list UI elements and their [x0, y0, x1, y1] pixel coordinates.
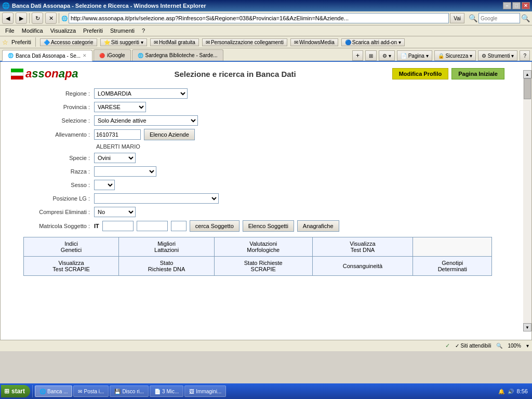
cell-visualizza-test-scrapie[interactable]: VisualizzaTest SCRAPIE	[23, 257, 119, 276]
cell-valutazioni-morfologiche[interactable]: ValutazioniMorfologiche	[214, 237, 312, 257]
taskbar-item-disco[interactable]: 💾 Disco ri...	[110, 385, 149, 397]
scroll-down-button[interactable]: ▼	[523, 323, 531, 331]
sesso-select[interactable]	[94, 180, 115, 190]
menu-visualizza[interactable]: Visualizza	[47, 26, 79, 35]
title-bar: 🌐 Banca Dati Assonapa - Selezione e Rice…	[0, 0, 532, 11]
fav-personalizzazione[interactable]: ✉ Personalizzazione collegamenti	[202, 38, 287, 46]
fav-addon[interactable]: 🔵 Scarica altri add-on ▾	[341, 38, 405, 46]
search-icon[interactable]: 🔍	[521, 14, 530, 22]
quick-tabs-button[interactable]: ⊞	[365, 50, 377, 61]
tools-button[interactable]: ⚙ ▾	[379, 50, 395, 61]
refresh-button[interactable]: ↻	[32, 12, 43, 24]
menu-modifica[interactable]: Modifica	[19, 26, 46, 35]
elenco-soggetti-button[interactable]: Elenco Soggetti	[243, 220, 294, 232]
fav-hotmail-label: HotMail gratuita	[159, 39, 195, 45]
table-row-1: IndiciGenetici MiglioriLattazioni Valuta…	[23, 237, 492, 257]
cell-consanguineita[interactable]: Consanguineità	[312, 257, 413, 276]
cell-indici-genetici[interactable]: IndiciGenetici	[23, 237, 119, 257]
table-row-2: VisualizzaTest SCRAPIE StatoRichieste DN…	[23, 257, 492, 276]
menu-bar: File Modifica Visualizza Preferiti Strum…	[0, 25, 532, 36]
menu-preferiti[interactable]: Preferiti	[80, 26, 106, 35]
tab-banca-icon: 🌐	[8, 53, 14, 58]
tab-banca-close[interactable]: ✕	[83, 53, 87, 58]
security-button[interactable]: 🔒 Sicurezza ▾	[434, 50, 476, 61]
compresi-select[interactable]: No Si	[94, 207, 136, 217]
scroll-up-button[interactable]: ▲	[523, 70, 531, 78]
taskbar-volume-icon: 🔊	[508, 389, 514, 394]
cell-genotipi-determinati[interactable]: GenotipiDeterminati	[413, 257, 492, 276]
pagina-iniziale-button[interactable]: Pagina Iniziale	[451, 68, 504, 79]
razza-row: Razza :	[11, 166, 504, 177]
logo-letter-a2: a	[59, 67, 65, 80]
search-input[interactable]	[478, 13, 520, 23]
razza-select[interactable]	[94, 166, 156, 177]
menu-help[interactable]: ?	[139, 26, 148, 35]
selezione-label: Selezione :	[11, 117, 94, 124]
taskbar-item-immagini[interactable]: 🖼 Immagini...	[184, 385, 226, 397]
forward-button[interactable]: ▶	[16, 12, 27, 24]
razza-field	[94, 166, 156, 177]
matricola-input-1[interactable]	[102, 221, 134, 231]
taskbar-separator	[32, 385, 33, 397]
specie-select[interactable]: Ovini Caprini	[94, 153, 136, 163]
fav-person-icon: ✉	[206, 39, 210, 45]
allevamento-row: Allevamento : Elenco Aziende	[11, 129, 504, 140]
header-buttons: Modifica Profilo Pagina Iniziale	[392, 68, 504, 79]
cell-migliori-lattazioni[interactable]: MiglioriLattazioni	[119, 237, 215, 257]
help-button[interactable]: ?	[520, 50, 530, 61]
fav-accesso[interactable]: 🔷 Accesso categorie	[40, 38, 97, 46]
stop-button[interactable]: ✕	[45, 12, 57, 24]
taskbar-item-banca[interactable]: 🌐 Banca ...	[35, 385, 72, 397]
menu-strumenti[interactable]: Strumenti	[107, 26, 138, 35]
taskbar-immagini-icon: 🖼	[189, 389, 194, 394]
cerca-soggetto-button[interactable]: cerca Soggetto	[190, 220, 240, 232]
close-button[interactable]: ✕	[522, 2, 530, 9]
regione-select[interactable]: LOMBARDIA PIEMONTE VENETO	[94, 88, 188, 99]
anagrafiche-button[interactable]: Anagrafiche	[297, 220, 339, 232]
modifica-profilo-button[interactable]: Modifica Profilo	[392, 68, 449, 79]
go-button[interactable]: Vai	[450, 13, 464, 23]
zoom-level: 100%	[508, 343, 521, 349]
taskbar-item-mic[interactable]: 📄 3 Mic...	[150, 385, 183, 397]
taskbar-posta-icon: ✉	[78, 389, 82, 394]
posizione-lg-row: Posizione LG :	[11, 193, 504, 204]
tabs-right: + ⊞ ⚙ ▾ 📄 Pagina ▾ 🔒 Sicurezza ▾ ⚙ Strum…	[352, 50, 530, 61]
fav-siti[interactable]: ⭐ Siti suggeriti ▾	[100, 38, 147, 46]
allevamento-input[interactable]	[94, 129, 141, 140]
matricola-input-2[interactable]	[137, 221, 168, 231]
address-bar[interactable]	[69, 13, 449, 23]
fav-windows-media[interactable]: ✉ WindowsMedia	[290, 38, 338, 46]
tab-igoogle[interactable]: 🔴 iGoogle	[94, 49, 130, 61]
regione-label: Regione :	[11, 90, 94, 97]
minimize-button[interactable]: −	[503, 2, 511, 9]
fav-addon-icon: 🔵	[345, 39, 351, 45]
zoom-icon: 🔍	[496, 343, 502, 349]
maximize-button[interactable]: □	[512, 2, 521, 9]
matricola-input-3[interactable]	[171, 221, 187, 231]
page-button[interactable]: 📄 Pagina ▾	[397, 50, 432, 61]
cell-stato-richieste-scrapie[interactable]: Stato RichiesteSCRAPIE	[214, 257, 312, 276]
selezione-select[interactable]: Solo Aziende attive Tutte le Aziende	[94, 115, 198, 126]
sesso-field	[94, 180, 115, 190]
scroll-thumb[interactable]	[524, 78, 531, 99]
strumenti-button[interactable]: ⚙ Strumenti ▾	[478, 50, 517, 61]
specie-label: Specie :	[11, 155, 94, 161]
cell-stato-richieste-dna[interactable]: StatoRichieste DNA	[119, 257, 215, 276]
content-wrapper: assonapa Selezione e ricerca in Banca Da…	[0, 62, 532, 340]
tab-sardegna[interactable]: 🌐 Sardegna Biblioteche - Sarde...	[132, 49, 223, 61]
menu-file[interactable]: File	[2, 26, 18, 35]
elenco-aziende-button[interactable]: Elenco Aziende	[144, 129, 195, 140]
back-button[interactable]: ◀	[2, 12, 14, 24]
tab-banca[interactable]: 🌐 Banca Dati Assonapa - Se... ✕	[2, 50, 92, 61]
posizione-lg-select[interactable]	[94, 193, 219, 204]
cell-visualizza-test-dna[interactable]: VisualizzaTest DNA	[312, 237, 413, 257]
taskbar-network-icon: 🔔	[498, 389, 504, 394]
status-right: ✓ ✓ Siti attendibili 🔍 100% ▾	[445, 342, 529, 349]
fav-hotmail[interactable]: ✉ HotMail gratuita	[150, 38, 199, 46]
logo-letter-o: o	[45, 67, 51, 80]
start-button[interactable]: ⊞ start	[1, 385, 30, 397]
new-tab-button[interactable]: +	[352, 50, 363, 61]
taskbar-item-posta[interactable]: ✉ Posta i...	[73, 385, 109, 397]
provincia-select[interactable]: VARESE MILANO	[94, 102, 146, 112]
favorites-bar: ☆ Preferiti 🔷 Accesso categorie ⭐ Siti s…	[0, 36, 532, 48]
